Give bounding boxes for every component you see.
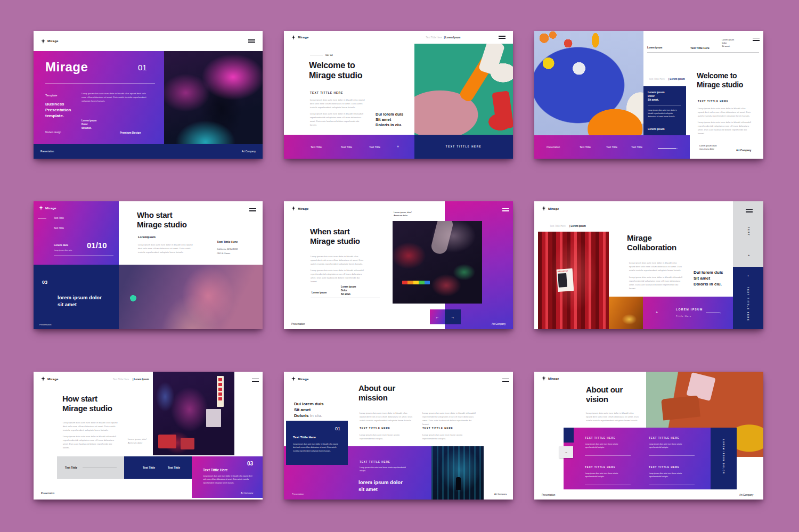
brand-name: Mirage [548,377,559,380]
lorem-block: Lorem ipsum Dolor Sit amet. [341,285,356,296]
card-gradient[interactable]: 03 Text Tittle Here Lorap ipsum duis aut… [192,456,263,498]
bottom-nav-gradient: + LOREM IPSUM Tittle Here → [643,297,733,329]
brand-lockup[interactable]: Mirage [291,35,309,40]
callout-line: Dui lorem duis [294,402,324,407]
menu-item[interactable]: Text Tittle [54,227,64,230]
menu-icon[interactable] [252,377,259,383]
bottom-title-box[interactable]: TEXT TITTLE HERE [414,135,513,159]
plus-icon[interactable]: + [748,253,750,257]
lorem-block: Lorem ipsum Dolor Sit amet. [81,119,96,130]
pager: 01/ 02 [310,53,333,56]
mirage-logo-icon [291,206,296,211]
menu-icon[interactable] [502,377,509,383]
brand-lockup[interactable]: Mirage [542,376,559,381]
template-label: Template [45,94,57,97]
menu-icon[interactable] [248,38,255,44]
card-company: Art Company [241,492,253,494]
breadcrumb-muted[interactable]: Text Tittle Here [550,225,566,227]
lorem-duis-label: Lorem duis [54,243,68,247]
nav-item[interactable]: Text Tittle [311,145,322,149]
card-gray[interactable]: Text Tittle [57,456,124,479]
card-paragraph: Lorap ipsum duis aute irure dolor in bla… [648,109,681,119]
footer-company: Art Company [492,323,506,325]
side-rail-navy: ↑ TEXT TITTLE HERE [733,267,763,329]
card-paragraph: Lorap ipsum duis aute irure dolor in bla… [293,443,341,453]
big-text: lorem ipsum dolor sit amet [58,294,102,308]
next-button[interactable]: → [445,309,461,324]
bottom-nav-gradient: Presentation Text Tittle Text Tittle Tex… [534,135,690,159]
card-number: 03 [247,461,253,466]
photo-orange-car [609,297,643,329]
breadcrumb-strong[interactable]: | Lorem Ipsum [668,78,685,80]
brand-lockup[interactable]: Mirage [542,206,559,211]
nav-item[interactable]: Text Tittle [606,145,617,149]
card-navy[interactable]: Text Tittle Text Tittle [124,456,192,479]
divider [38,218,46,219]
side-rail-gray: TEXT + [733,201,763,267]
nav-item[interactable]: Text Tittle [631,145,642,149]
slide-title: About our vision [586,385,623,404]
divider [585,455,631,456]
brand-lockup[interactable]: Mirage [41,377,59,381]
next-button[interactable]: → [559,446,573,458]
divider [45,83,155,84]
breadcrumb[interactable]: Text Tittle Here | Lorem Ipsum [426,36,460,39]
lorem-caps-label: LOREM IPSUM [676,308,703,311]
divider [310,55,323,55]
breadcrumb-strong[interactable]: | Lorem Ipsum [569,225,586,227]
breadcrumb-muted[interactable]: Text Tittle Here [649,78,665,80]
brand-lockup[interactable]: Mirage [41,39,59,44]
divider [649,455,695,456]
tittle-here-label: Tittle Here [676,315,691,317]
feature-title: TEXT TITTLE HERE [649,437,680,439]
brand-lockup[interactable]: Mirage [291,377,309,381]
menu-icon[interactable] [499,34,506,40]
nav-block[interactable]: Lorem ipsum Dolor Sit amet. [722,38,734,47]
paragraph: Lorap ipsum duis aute irure louse atusto… [422,433,473,440]
footer-presentation: Presentation [291,323,305,325]
nav-item[interactable]: Text Tittle Here [690,46,710,50]
paragraph: Lorap ipsum duis aute irure dolor in bla… [310,112,366,127]
menu-icon[interactable] [502,207,509,212]
info-card: Lorem ipsum Dolor Sit amet. Lorap ipsum … [643,86,686,135]
breadcrumb-muted[interactable]: Text Tittle Here [113,378,129,381]
premium-design-label: Premium Design [120,131,141,134]
menu-item[interactable]: Text Tittle [54,217,64,219]
menu-icon[interactable] [753,36,760,42]
brand-lockup[interactable]: Mirage [39,206,56,210]
breadcrumb-strong: | Lorem Ipsum [444,36,460,39]
person-title: Text Tittle Here [217,240,238,243]
footer-presentation: Presentation [547,146,560,149]
next-arrow[interactable]: → [658,146,678,150]
menu-icon[interactable] [249,207,256,212]
feature-title: TEXT TITTLE HERE [585,466,616,469]
next-arrow[interactable]: → [706,311,722,314]
big-text: lorem ipsum dolor sit amet [358,479,403,493]
nav-item[interactable]: Text Tittle [580,145,591,149]
info-card: 01 Text Tittle Here Lorap ipsum duis aut… [286,421,348,465]
nav-item[interactable]: Text Tittle [341,145,352,149]
brand-lockup[interactable]: Mirage [291,206,309,211]
breadcrumb-strong[interactable]: | Lorem Ipsum [133,378,149,381]
plus-icon[interactable]: + [397,145,399,149]
nav-item[interactable]: Text Tittle [369,145,380,149]
paragraph: Lorap ipsum duis aute irure dolor in bla… [698,107,752,118]
cover-subtitle: Business Presentation template. [45,102,71,119]
feature-text: Lorap ipsum duis aute irure louse atusto… [649,443,695,449]
paragraph: Lorap ipsum duis aute irure dolor in bla… [138,243,195,254]
brand-name: Mirage [45,207,56,210]
photo-shape [218,378,222,402]
arrow-up-icon[interactable]: ↑ [747,274,749,277]
paragraph: Lorap ipsum duis aute irure louse atusto… [360,433,410,440]
loremipsum-label: Loremipsum [138,235,156,239]
nav-item[interactable]: Lorem ipsum [647,46,662,49]
arrow-left-icon: ← [436,315,439,319]
photo-red-curtain: ORNAMENT [538,232,609,329]
feature-text: Lorap ipsum duis aute irure louse atusto… [585,472,631,479]
prev-button[interactable]: ← [430,309,445,324]
slide-07-how-start: Mirage Text Tittle Here | Lorem Ipsum Ho… [34,372,263,500]
feature-title: TEXT TITTLE HERE [585,437,616,439]
photo-shape [661,395,700,420]
menu-icon[interactable] [746,208,753,214]
plus-icon[interactable]: + [656,310,658,314]
